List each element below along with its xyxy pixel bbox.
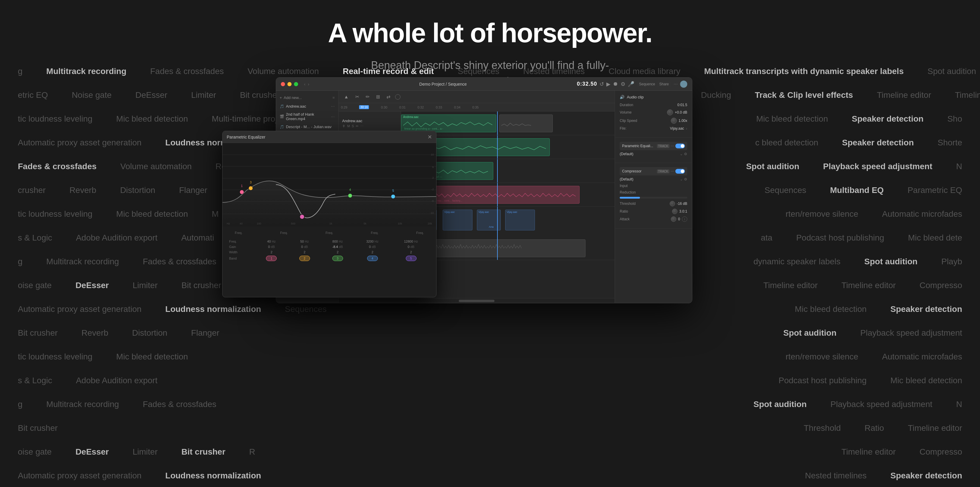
playhead [497,236,498,260]
razor-tool[interactable]: ✂ [353,93,361,101]
band1-toggle[interactable]: 1 [266,256,277,261]
properties-panel: 🔊 Audio clip Duration 0:01.5 Volume +0.0… [615,91,692,303]
share-button[interactable]: Share [657,81,671,87]
eq-close-button[interactable]: ✕ [428,134,432,140]
band1-gain: 0 [268,245,270,249]
eq-curve-svg: 1 3 4 5 [223,143,436,226]
eq-fx-section: Parametric Equali... TRACK ⋯ (Default) ⌄… [615,138,692,163]
attack-label: Attack [620,217,630,221]
clip-speed-knob[interactable] [671,118,677,124]
band3-gain: -8.4 [332,245,338,249]
band-row-label: Band [227,255,255,262]
undo-icon[interactable]: ↺ [600,81,604,87]
mute-btn[interactable]: M [347,124,350,128]
clip-speed-value: 1.00x [679,119,687,123]
clip-vijay-2[interactable]: Vijay.aac [443,209,473,230]
titlebar-time: 0:32.50 [577,81,597,87]
ratio-value: 3.0:1 [679,209,687,214]
project-name: Demo Project / Sequence [419,82,467,87]
sidebar-add-button[interactable]: + Add new... ≡ [276,93,338,102]
mic-icon[interactable]: 🎤 [628,81,634,87]
band5-toggle[interactable]: 5 [406,256,417,261]
record-icon[interactable]: ⏺ [613,81,618,87]
video-icon: 🎬 [280,114,284,119]
eq-more-icon[interactable]: ⋯ [671,144,674,148]
attack-value: 0 [678,217,680,221]
input-label: Input [620,184,628,188]
circle-tool[interactable] [395,94,401,100]
file-arrow-icon[interactable]: › [686,126,687,131]
clip-vijay-4[interactable]: Vijay.aac [505,209,535,230]
nav-back-icon[interactable]: ‹ [304,82,305,87]
titlebar-path: Demo Project / Sequence [312,82,574,87]
scroll-thumb[interactable] [459,300,495,302]
comp-preset-settings-icon[interactable]: ⚙ [684,177,687,181]
draw-tool[interactable]: ✏ [364,93,371,101]
ratio-label: Ratio [620,209,628,214]
eq-fx-row[interactable]: Parametric Equali... TRACK ⋯ [620,142,687,150]
more-btn[interactable]: ⋯ [360,124,364,128]
width-row-label: Width [227,249,255,255]
sidebar-item-2[interactable]: 🎬 2nd half of Hank Green.mp4 ⋯ [276,110,338,123]
eq-window: Parametric Equalizer ✕ 10 6 2 -2 -6 -10 … [222,131,436,297]
settings-icon[interactable]: ⚙ [620,81,625,87]
freq-row-label: Freq. [227,239,255,244]
compressor-fx-row[interactable]: Compressor TRACK ⋯ [620,167,687,175]
eq-params: Freq. Freq. Freq. Freq. Freq. [223,226,436,265]
band2-width: 2 [288,249,321,255]
attack-knob[interactable] [671,216,676,222]
traffic-light-close[interactable] [281,82,285,86]
clip-andrew-2[interactable] [499,114,553,132]
more-icon[interactable]: ⋯ [331,104,335,108]
window-titlebar: ‹ › Demo Project / Sequence 0:32.50 ↺ ▶ … [276,78,692,91]
eq-band-4-handle [348,194,352,198]
traffic-light-maximize[interactable] [294,82,298,86]
volume-label: Volume [620,110,632,114]
swap-tool[interactable]: ⇄ [385,93,392,101]
ratio-knob[interactable] [672,209,678,214]
eq-param-header: Freq. Freq. Freq. Freq. Freq. [227,230,431,237]
zoom-tool[interactable]: ⊞ [374,93,382,101]
bottom-scroll[interactable] [339,298,615,303]
more-icon[interactable]: ⋯ [674,82,678,87]
duration-value: 0:01.5 [678,103,687,107]
comp-more-icon[interactable]: ⋯ [671,169,674,173]
band3-toggle[interactable]: 3 [332,256,343,261]
sidebar-filter-icon[interactable]: ≡ [332,95,335,100]
nav-forward-icon[interactable]: › [308,82,309,87]
more-icon[interactable]: ⋯ [331,114,335,119]
play-icon[interactable]: ▶ [606,81,611,87]
band2-toggle[interactable]: 2 [299,256,310,261]
duration-row: Duration 0:01.5 [620,103,687,107]
comp-toggle[interactable] [675,169,685,174]
sidebar-item-1[interactable]: 🎵 Andrew.aac ⋯ [276,102,338,110]
file-value: Vijay.aac [670,126,684,130]
playhead [497,135,498,159]
preset-settings-icon[interactable]: ⚙ [684,152,687,156]
band4-gain: 0 [369,245,371,249]
duration-label: Duration [620,103,633,107]
file-row: File: Vijay.aac › [620,126,687,131]
volume-knob[interactable] [667,109,673,115]
eq-toggle[interactable] [675,144,685,148]
clip-andrew-1[interactable]: Andrew.aac linear aa grounding a-- cont.… [401,114,496,132]
sidebar-item-3[interactable]: 🎵 Descript - M... - Julian.wav [276,123,338,131]
eq-chart[interactable]: 10 6 2 -2 -6 -10 Hz 40 100 500 1k 5k 10k… [223,143,436,226]
audio-clip-header: 🔊 Audio clip [620,95,687,99]
solo-btn[interactable]: S [352,124,354,128]
page-title: A whole lot of horsepower. [0,18,980,48]
band5-gain: 0 [407,245,409,249]
preset-down-icon[interactable]: ⌄ [680,152,683,156]
comp-preset-down-icon[interactable]: ⌄ [680,177,683,181]
current-time-marker: 30:16 [359,105,369,109]
playhead [497,207,498,236]
threshold-knob[interactable] [670,201,675,206]
fx-btn[interactable]: ✏ [356,124,358,128]
select-tool[interactable]: ▲ [342,93,350,101]
reduction-label: Reduction [620,190,636,194]
traffic-light-minimize[interactable] [287,82,291,86]
band4-toggle[interactable]: 4 [367,256,378,261]
attack-info-icon[interactable]: i [682,216,687,222]
compressor-label: Compressor [622,169,641,173]
avatar [680,81,687,88]
